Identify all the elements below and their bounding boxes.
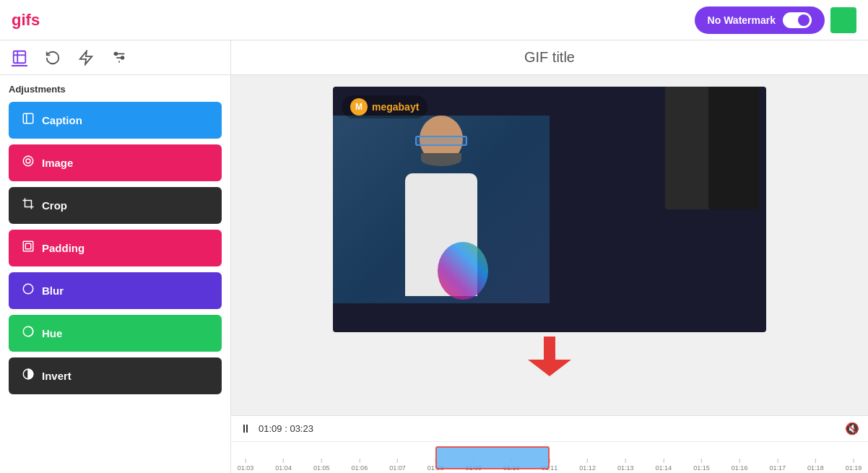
- timeline-tick: 01:14: [656, 459, 672, 472]
- svg-rect-9: [23, 113, 33, 123]
- svg-point-16: [23, 284, 33, 294]
- gif-title: GIF title: [524, 49, 575, 66]
- movie-figure-body-2: [708, 87, 759, 209]
- tab-adjustments[interactable]: [12, 49, 27, 66]
- presenter-side: [333, 116, 550, 303]
- app-logo: gifs: [12, 11, 40, 30]
- green-action-button[interactable]: [830, 7, 856, 33]
- invert-icon: [22, 368, 35, 384]
- content-area: GIF title M megabayt: [231, 40, 868, 473]
- presenter-beard: [421, 153, 461, 166]
- invert-label: Invert: [42, 370, 71, 382]
- crop-icon: [22, 197, 35, 214]
- no-watermark-button[interactable]: No Watermark: [695, 6, 825, 34]
- hue-icon: [22, 325, 35, 342]
- sidebar: Adjustments Caption Image Crop: [0, 40, 231, 473]
- svg-point-12: [26, 159, 30, 163]
- sidebar-tabs: [0, 40, 230, 75]
- blur-icon: [22, 282, 35, 299]
- svg-rect-19: [544, 337, 555, 360]
- padding-label: Padding: [42, 242, 84, 254]
- hue-label: Hue: [42, 327, 62, 339]
- hue-button[interactable]: Hue: [9, 315, 222, 352]
- padding-button[interactable]: Padding: [9, 230, 222, 266]
- timeline-tick: 01:17: [769, 459, 786, 472]
- shirt-design: [438, 242, 488, 300]
- blur-label: Blur: [42, 285, 64, 297]
- blur-button[interactable]: Blur: [9, 272, 222, 309]
- watermark-text: megabayt: [372, 101, 419, 113]
- image-icon: [22, 155, 35, 171]
- presenter-glasses: [415, 136, 467, 146]
- caption-label: Caption: [42, 114, 82, 126]
- svg-marker-3: [80, 51, 92, 64]
- mute-button[interactable]: 🔇: [845, 422, 859, 435]
- sidebar-content: Adjustments Caption Image Crop: [0, 75, 230, 473]
- timeline-tick: 01:13: [617, 459, 634, 472]
- header: gifs No Watermark: [0, 0, 868, 40]
- timeline-tick: 01:06: [352, 459, 368, 472]
- play-pause-button[interactable]: ⏸: [240, 422, 251, 435]
- time-display: 01:09 : 03:23: [259, 423, 313, 434]
- crop-label: Crop: [42, 199, 67, 212]
- caption-icon: [22, 112, 35, 129]
- adjustments-label: Adjustments: [9, 84, 222, 95]
- mute-icon: 🔇: [845, 422, 859, 435]
- gif-preview: M megabayt: [333, 87, 766, 332]
- timeline-tick: 01:07: [389, 459, 406, 472]
- timeline-tick: 01:03: [238, 459, 254, 472]
- svg-marker-20: [528, 360, 571, 376]
- main-layout: Adjustments Caption Image Crop: [0, 40, 868, 473]
- timeline-selected-range[interactable]: [435, 446, 550, 469]
- timeline-tick: 01:16: [732, 459, 748, 472]
- svg-point-7: [115, 52, 118, 55]
- down-arrow-icon: [528, 337, 571, 376]
- tab-effects[interactable]: [78, 50, 94, 66]
- watermark-overlay: M megabayt: [342, 95, 428, 118]
- arrow-container: [528, 338, 571, 374]
- image-button[interactable]: Image: [9, 144, 222, 181]
- timeline-tick: 01:15: [693, 459, 710, 472]
- gif-title-bar: GIF title: [231, 40, 868, 75]
- watermark-toggle[interactable]: [783, 12, 812, 28]
- timeline-section: ⏸ 01:09 : 03:23 🔇 01:0301:0401:0501:0601…: [231, 415, 868, 473]
- svg-rect-0: [14, 51, 26, 63]
- no-watermark-label: No Watermark: [708, 14, 776, 26]
- play-pause-icon: ⏸: [240, 422, 251, 435]
- watermark-logo-icon: M: [350, 98, 368, 116]
- svg-rect-14: [23, 241, 33, 251]
- svg-point-11: [23, 156, 33, 166]
- time-total: 03:23: [290, 423, 313, 434]
- timeline-tick: 01:18: [807, 459, 824, 472]
- svg-point-8: [121, 56, 124, 59]
- presenter-body: [405, 173, 477, 296]
- tab-rotate[interactable]: [45, 50, 61, 66]
- timeline-controls: ⏸ 01:09 : 03:23 🔇: [231, 416, 868, 442]
- svg-rect-15: [25, 243, 31, 249]
- crop-button[interactable]: Crop: [9, 187, 222, 224]
- image-label: Image: [42, 157, 73, 169]
- timeline-tick: 01:05: [313, 459, 330, 472]
- invert-button[interactable]: Invert: [9, 357, 222, 394]
- timeline-tick: 01:04: [275, 459, 292, 472]
- movie-figure-2: [708, 87, 759, 209]
- timeline-tick: 01:19: [846, 459, 862, 472]
- timeline-tick: 01:12: [579, 459, 596, 472]
- tab-filters[interactable]: [111, 50, 127, 66]
- header-actions: No Watermark: [695, 6, 856, 34]
- timeline-track[interactable]: 01:0301:0401:0501:0601:0701:0801:0901:10…: [231, 442, 868, 473]
- caption-button[interactable]: Caption: [9, 102, 222, 139]
- preview-area: M megabayt: [231, 75, 868, 415]
- presenter-figure: [383, 116, 499, 303]
- padding-icon: [22, 240, 35, 256]
- time-current: 01:09: [259, 423, 282, 434]
